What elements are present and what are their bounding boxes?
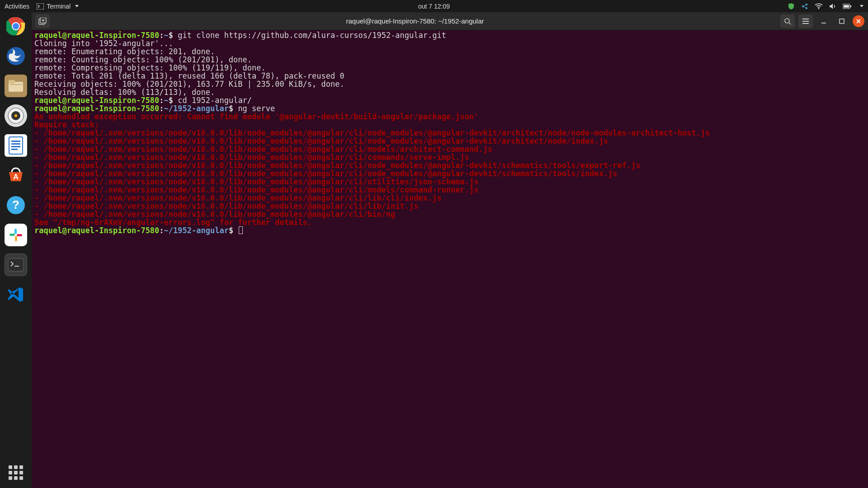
svg-point-35 [785,19,789,23]
svg-rect-29 [15,236,17,241]
svg-rect-23 [11,149,18,150]
wifi-icon [815,3,823,9]
app-menu[interactable]: Terminal [37,3,79,10]
terminal-window: raquel@raquel-Inspiron-7580: ~/1952-angu… [32,12,868,488]
svg-rect-27 [14,229,17,234]
new-tab-button[interactable] [35,14,50,28]
svg-rect-19 [9,137,23,154]
indicator-icon [801,3,808,10]
svg-rect-7 [850,5,851,7]
maximize-button[interactable] [835,14,849,28]
minimize-icon [821,18,827,24]
svg-rect-28 [9,234,15,236]
gnome-top-bar: Activities Terminal out 7 12:09 [0,0,868,12]
hamburger-menu-button[interactable] [798,14,813,28]
svg-text:A: A [13,173,19,181]
svg-rect-20 [11,141,20,142]
clock[interactable]: out 7 12:09 [418,3,450,10]
svg-rect-32 [14,266,19,267]
ubuntu-dock: A ? [0,12,32,488]
svg-text:?: ? [12,198,19,211]
close-button[interactable] [853,15,864,27]
battery-icon [843,4,852,9]
svg-rect-14 [9,80,15,84]
dock-app-files[interactable] [5,75,27,97]
chevron-down-icon [860,5,863,7]
minimize-button[interactable] [816,14,831,28]
chevron-down-icon [75,5,79,7]
svg-point-18 [14,114,17,117]
svg-rect-30 [17,234,22,236]
status-area[interactable] [788,3,863,10]
dock-app-vscode[interactable] [5,283,27,306]
activities-button[interactable]: Activities [5,3,29,10]
search-icon [784,18,791,25]
svg-point-4 [818,8,819,9]
app-menu-label: Terminal [47,3,71,10]
dock-app-chrome[interactable] [5,15,27,38]
dock-app-slack[interactable] [5,224,27,246]
terminal-app-icon [37,3,44,9]
window-header: raquel@raquel-Inspiron-7580: ~/1952-angu… [32,12,868,30]
svg-rect-36 [840,19,844,23]
dock-app-libreoffice-writer[interactable] [5,134,27,157]
maximize-icon [839,18,845,24]
close-icon [856,19,861,24]
dock-app-terminal[interactable] [5,253,27,276]
show-applications-button[interactable] [9,465,23,480]
volume-icon [829,3,836,9]
terminal-body[interactable]: raquel@raquel-Inspiron-7580:~$ git clone… [32,30,868,488]
hamburger-icon [802,18,809,24]
dock-app-software[interactable]: A [5,164,27,187]
svg-rect-22 [11,146,20,147]
search-button[interactable] [780,14,795,28]
svg-rect-0 [37,3,44,9]
shield-icon [788,3,795,10]
dock-app-thunderbird[interactable] [5,45,27,67]
dock-app-rhythmbox[interactable] [5,104,27,127]
window-title: raquel@raquel-Inspiron-7580: ~/1952-angu… [53,17,777,25]
svg-rect-15 [9,84,22,85]
svg-rect-6 [844,5,849,8]
dock-app-help[interactable]: ? [5,194,27,216]
svg-point-11 [13,23,19,29]
svg-rect-21 [11,143,20,145]
svg-rect-31 [8,258,24,271]
